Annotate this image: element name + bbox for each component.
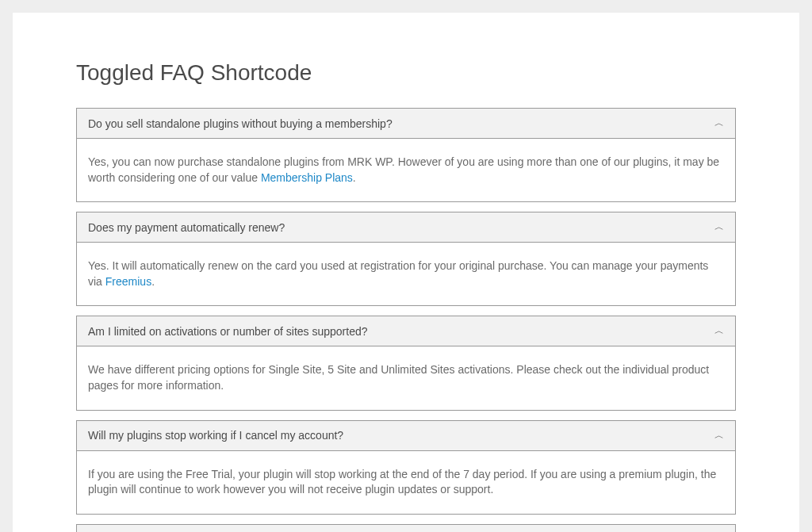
answer-link[interactable]: Freemius [105,275,151,288]
chevron-up-icon: ︿ [714,117,724,130]
faq-item: Am I limited on activations or number of… [76,316,736,410]
faq-question-text: Will my plugins stop working if I cancel… [88,429,343,442]
chevron-up-icon: ︿ [714,429,724,442]
answer-text-post: . [353,171,356,184]
faq-question-toggle[interactable]: Will my plugins stop working if I cancel… [77,421,735,451]
answer-text-post: . [151,275,155,288]
faq-question-text: Am I limited on activations or number of… [88,325,368,338]
answer-text-pre: Yes, you can now purchase standalone plu… [88,155,719,184]
answer-link[interactable]: Membership Plans [261,171,353,184]
faq-question-toggle[interactable]: Does my payment automatically renew? ︿ [77,212,735,243]
faq-answer: Yes. It will automatically renew on the … [77,243,735,305]
faq-question-toggle[interactable]: Am I limited on activations or number of… [77,316,735,346]
chevron-up-icon: ︿ [714,220,724,234]
page-container: Toggled FAQ Shortcode Do you sell standa… [13,13,799,532]
faq-item: Does my payment automatically renew? ︿ Y… [76,212,736,306]
answer-text-pre: We have different pricing options for Si… [88,363,709,392]
faq-answer: We have different pricing options for Si… [77,346,735,409]
faq-question-text: Do you sell standalone plugins without b… [88,117,393,130]
page-title: Toggled FAQ Shortcode [76,60,736,86]
answer-text-pre: If you are using the Free Trial, your pl… [88,468,716,496]
faq-answer: If you are using the Free Trial, your pl… [77,451,735,514]
faq-item: Do you sell standalone plugins without b… [76,108,736,202]
faq-question-text: Does my payment automatically renew? [88,221,285,234]
faq-question-toggle[interactable]: Do you accept offline payments? ︿ [77,525,735,532]
answer-text-pre: Yes. It will automatically renew on the … [88,259,708,288]
faq-question-toggle[interactable]: Do you sell standalone plugins without b… [77,109,735,139]
faq-item: Will my plugins stop working if I cancel… [76,420,736,515]
faq-item: Do you accept offline payments? ︿ No. We… [76,524,736,532]
chevron-up-icon: ︿ [714,324,724,338]
faq-answer: Yes, you can now purchase standalone plu… [77,139,735,201]
